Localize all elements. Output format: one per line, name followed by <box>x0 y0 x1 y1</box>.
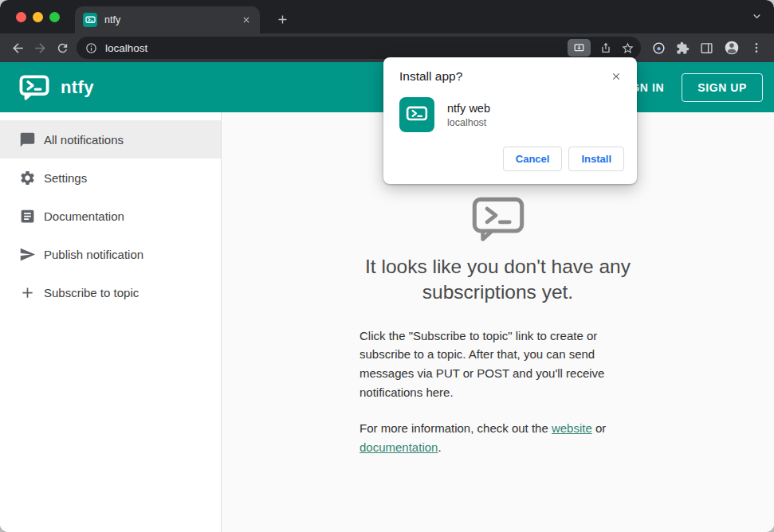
new-tab-button[interactable] <box>272 9 293 29</box>
tab-strip: ntfy <box>0 0 774 33</box>
ntfy-logo-icon <box>19 75 49 100</box>
send-icon <box>18 244 37 264</box>
sidebar-item-label: Settings <box>44 171 87 185</box>
zoom-window-button[interactable] <box>49 12 60 22</box>
url-text: localhost <box>105 42 568 54</box>
browser-window: ntfy <box>0 0 774 532</box>
install-app-dialog: Install app? ntfy web localhost Canc <box>383 57 637 184</box>
forward-button[interactable] <box>29 37 51 59</box>
sidebar-item-label: Publish notification <box>44 248 143 261</box>
site-info-icon[interactable] <box>85 42 97 54</box>
close-window-button[interactable] <box>16 12 26 22</box>
sidebar-item-publish-notification[interactable]: Publish notification <box>0 235 221 273</box>
sidebar-item-subscribe-to-topic[interactable]: Subscribe to topic <box>0 273 221 311</box>
more-info-text: or <box>592 421 607 435</box>
install-dialog-app-info: ntfy web localhost <box>399 97 624 132</box>
extensions-area <box>646 40 768 56</box>
address-bar[interactable]: localhost <box>77 37 641 59</box>
window-controls <box>16 12 60 22</box>
install-dialog-header: Install app? <box>399 68 624 84</box>
extensions-puzzle-icon[interactable] <box>676 41 690 55</box>
cancel-button[interactable]: Cancel <box>503 147 563 171</box>
browser-tab-ntfy[interactable]: ntfy <box>75 6 260 33</box>
brand-title: ntfy <box>61 77 94 98</box>
chat-bubble-icon <box>18 130 37 149</box>
empty-state-paragraph: Click the "Subscribe to topic" link to c… <box>359 327 636 402</box>
sidebar-item-label: Documentation <box>44 209 124 223</box>
documentation-link[interactable]: documentation <box>359 440 438 454</box>
empty-state-heading: It looks like you don't have any subscri… <box>323 254 674 306</box>
more-info-text: . <box>438 440 441 454</box>
gear-icon <box>18 168 37 187</box>
reload-button[interactable] <box>51 37 73 59</box>
install-app-name: ntfy web <box>447 102 490 115</box>
install-dialog-title: Install app? <box>399 69 462 84</box>
minimize-window-button[interactable] <box>33 12 43 22</box>
tab-close-icon[interactable] <box>239 13 253 27</box>
ntfy-app-icon <box>399 97 434 132</box>
sidebar-item-label: All notifications <box>44 133 124 147</box>
side-panel-icon[interactable] <box>700 41 713 55</box>
ntfy-empty-state-logo-icon <box>472 197 525 241</box>
share-icon[interactable] <box>599 41 612 54</box>
extension-icon[interactable] <box>652 41 666 55</box>
sidebar-item-documentation[interactable]: Documentation <box>0 197 221 235</box>
profile-avatar-icon[interactable] <box>724 40 740 56</box>
install-dialog-actions: Cancel Install <box>399 147 624 171</box>
sidebar-item-label: Subscribe to topic <box>44 286 139 299</box>
sidebar-item-all-notifications[interactable]: All notifications <box>0 120 221 158</box>
back-button[interactable] <box>6 37 29 59</box>
tab-title: ntfy <box>104 14 239 25</box>
sidebar-item-settings[interactable]: Settings <box>0 158 221 197</box>
install-button[interactable]: Install <box>568 147 624 171</box>
install-dialog-close-icon[interactable] <box>608 68 624 84</box>
install-app-icon[interactable] <box>568 39 591 57</box>
sign-up-button[interactable]: SIGN UP <box>682 73 763 102</box>
article-icon <box>18 206 37 225</box>
plus-icon <box>18 283 37 302</box>
install-app-origin: localhost <box>447 117 490 128</box>
more-info-text: For more information, check out the <box>359 421 552 435</box>
sidebar: All notifications Settings Documentation <box>0 112 222 532</box>
tab-favicon-ntfy-icon <box>83 13 97 27</box>
tab-search-chevron-icon[interactable] <box>750 10 764 23</box>
website-link[interactable]: website <box>552 421 592 435</box>
empty-state-more-info: For more information, check out the webs… <box>359 419 636 456</box>
browser-menu-icon[interactable] <box>750 41 763 54</box>
bookmark-star-icon[interactable] <box>621 41 635 55</box>
